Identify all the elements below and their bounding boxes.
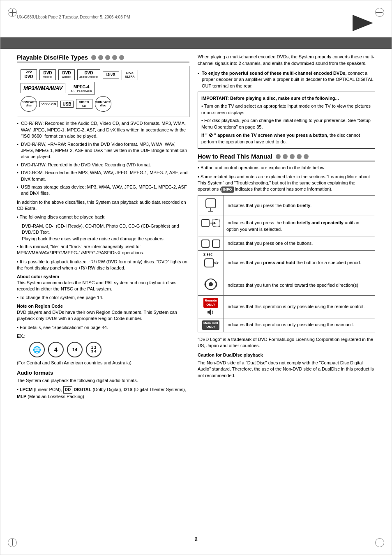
icon-cell-5 bbox=[198, 275, 224, 295]
text-cell-3: Indicates that you press one of the butt… bbox=[224, 237, 375, 250]
header-bar: UX-G68[U].book Page 2 Tuesday, December … bbox=[17, 13, 375, 33]
region-14-badge: 14 bbox=[67, 342, 83, 357]
icon-cell-2 bbox=[198, 216, 224, 237]
table-row-7: Main UnitONLY Indicates that this operat… bbox=[198, 318, 375, 332]
how-to-read-text: How to Read This Manual bbox=[198, 153, 272, 160]
hold-btn-svg bbox=[203, 257, 219, 271]
remote-badge: RemoteONLY bbox=[203, 298, 218, 307]
corner-cross-bl bbox=[9, 539, 16, 546]
how-intro1: • Button and control operations are expl… bbox=[198, 165, 375, 171]
corner-cross-br bbox=[376, 539, 383, 546]
remote-only-icon: RemoteONLY bbox=[201, 298, 221, 315]
two-buttons-icon bbox=[201, 239, 221, 248]
usb-badge: USB bbox=[60, 101, 73, 108]
color-heading: About color system bbox=[17, 274, 189, 279]
important-bullet-2: • For disc playback, you can change the … bbox=[201, 117, 371, 130]
table-row-5: Indicates that you turn the control towa… bbox=[198, 275, 375, 295]
dvd-video-badge: DVD VIDEO bbox=[39, 69, 56, 80]
corner-cross-tl bbox=[9, 9, 16, 16]
right-bullet-multichannel: To enjoy the powerful sound of these mul… bbox=[198, 70, 375, 89]
svg-rect-8 bbox=[205, 259, 214, 267]
single-press-icon bbox=[203, 198, 219, 212]
hdot2 bbox=[283, 154, 288, 159]
region-4-badge: 4 bbox=[48, 342, 64, 357]
hold-button-icon: 2 sec bbox=[203, 253, 219, 273]
header-path: UX-G68[U].book Page 2 Tuesday, December … bbox=[17, 15, 130, 19]
disc-types-box: DVD DVD DVD VIDEO DVD AUDIO DVD AUDIO/VI… bbox=[17, 66, 189, 117]
dvd-audio-badge: DVD AUDIO bbox=[58, 69, 75, 80]
right-column: When playing a multi-channel encoded DVD… bbox=[198, 54, 375, 403]
table-row-1: Indicates that you press the button brie… bbox=[198, 195, 375, 216]
svg-rect-4 bbox=[202, 219, 209, 227]
color-text: This System accommodates the NTSC and PA… bbox=[17, 280, 189, 292]
disc-row-3: COMPACT disc Video CD USB VIDEO CD COMPA bbox=[21, 96, 186, 112]
video-cd-badge: Video CD bbox=[39, 101, 58, 107]
audio-heading: Audio formats bbox=[17, 370, 189, 376]
corner-cross-tr bbox=[376, 9, 383, 16]
btn-icon-right bbox=[212, 239, 221, 248]
dualdisc-text: The Non-DVD side of a "DualDisc" does no… bbox=[198, 360, 375, 379]
important-bullet-1: • Turn on the TV and select an appropria… bbox=[201, 103, 371, 116]
page: UX-G68[U].book Page 2 Tuesday, December … bbox=[0, 0, 392, 555]
table-row-4: 2 sec Indicates that you press and hold … bbox=[198, 250, 375, 275]
audio-intro: The System can playback the following di… bbox=[17, 378, 189, 384]
text-cell-6: Indicates that this operation is only po… bbox=[224, 296, 375, 318]
dualdisc-heading: Caution for DualDisc playback bbox=[198, 352, 375, 358]
region-images: 🌐 4 14 1 2 3 4 bbox=[29, 342, 189, 357]
main-content: Playable Disc/File Types DVD DVD bbox=[17, 54, 375, 403]
important-title: IMPORTANT: Before playing a disc, make s… bbox=[201, 95, 371, 101]
disc-bullet-2: DVD-R/-RW, +R/+RW: Recorded in the DVD V… bbox=[17, 141, 189, 160]
table-row-6: RemoteONLY Indicates that this operation… bbox=[198, 296, 375, 318]
cannot-play-heading: • The following discs cannot be played b… bbox=[17, 214, 189, 220]
btn-icon-left bbox=[201, 239, 210, 248]
repeat-press-icon bbox=[201, 218, 221, 233]
sec-label: 2 sec bbox=[203, 252, 213, 257]
icon-cell-7: Main UnitONLY bbox=[198, 318, 224, 332]
disc-row-2: MP3/WMA/WAV MPEG-4 ASF PLAYBACK bbox=[21, 82, 186, 94]
section-band bbox=[0, 37, 392, 49]
color-sub: • To change the color system, see page 1… bbox=[17, 295, 189, 301]
speaker-icon bbox=[207, 309, 215, 316]
mp3wma-badge: MP3/WMA/WAV bbox=[21, 83, 65, 93]
dvd-audiovideo-badge: DVD AUDIO/VIDEO bbox=[77, 69, 100, 80]
region-text: DVD players and DVDs have their own Regi… bbox=[17, 309, 189, 322]
disc-bullet-1: CD-R/-RW: Recorded in the Audio CD, Vide… bbox=[17, 120, 189, 139]
right-intro-text: When playing a multi-channel encoded DVD… bbox=[198, 54, 375, 67]
text-cell-4: Indicates that you press and hold the bu… bbox=[224, 250, 375, 275]
icon-cell-3 bbox=[198, 237, 224, 250]
page-number: 2 bbox=[194, 536, 197, 542]
playable-heading-text: Playable Disc/File Types bbox=[17, 54, 88, 61]
right-footer: "DVD Logo" is a trademark of DVD Format/… bbox=[198, 336, 375, 379]
playable-heading: Playable Disc/File Types bbox=[17, 54, 189, 62]
compact-disc-badge: COMPACT disc bbox=[21, 96, 37, 112]
svg-rect-1 bbox=[206, 199, 216, 208]
super-vcd-badge: COMPACT disc bbox=[95, 96, 111, 112]
region-1234-badge: 1 2 3 4 bbox=[86, 342, 101, 357]
text-cell-7: Indicates that this operation is only po… bbox=[224, 318, 375, 332]
text-cell-1: Indicates that you press the button brie… bbox=[224, 195, 375, 216]
dot1 bbox=[91, 55, 96, 60]
info-icon: INFO bbox=[221, 187, 234, 193]
important-box: IMPORTANT: Before playing a disc, make s… bbox=[198, 92, 375, 149]
heading-dots bbox=[91, 55, 124, 60]
how-intro2: • Some related tips and notes are explai… bbox=[198, 174, 375, 193]
mpeg4-text: MPEG-4 bbox=[74, 85, 89, 89]
disc-bullet-3: DVD-R/-RW: Recorded in the DVD Video Rec… bbox=[17, 162, 189, 168]
finalized-note: • It is possible to playback finalized +… bbox=[17, 259, 189, 272]
cannot-play-text: DVD-RAM, CD-I (CD-I Ready), CD-ROM, Phot… bbox=[17, 223, 189, 242]
main-unit-badge: Main UnitONLY bbox=[202, 320, 219, 330]
disc-bullet-5: USB mass storage class device: MP3, WMA,… bbox=[17, 184, 189, 197]
turn-control-icon bbox=[204, 277, 218, 292]
important-if: If " ⊘ " appears on the TV screen when y… bbox=[201, 132, 371, 145]
header-arrow-decoration bbox=[350, 13, 375, 33]
ex-label: EX.: bbox=[17, 333, 189, 339]
additional-text: In addition to the above discs/files, th… bbox=[17, 199, 189, 212]
audio-formats: • LPCM (Linear PCM), DD DIGITAL (Dolby D… bbox=[17, 386, 189, 400]
right-bullet-list: To enjoy the powerful sound of these mul… bbox=[198, 70, 375, 89]
mp3wma-text: MP3/WMA/WAV bbox=[23, 85, 62, 91]
disc-bullet-list: CD-R/-RW: Recorded in the Audio CD, Vide… bbox=[17, 120, 189, 196]
text-cell-5: Indicates that you turn the control towa… bbox=[224, 275, 375, 295]
dot4 bbox=[112, 55, 117, 60]
dvd-badge: DVD DVD bbox=[21, 69, 37, 80]
hdot5 bbox=[304, 154, 309, 159]
